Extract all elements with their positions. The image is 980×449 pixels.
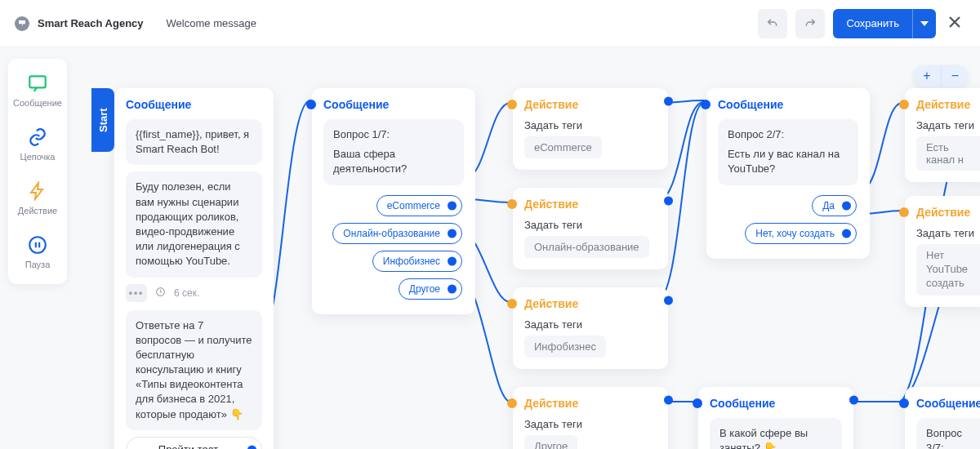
messenger-icon <box>15 16 29 31</box>
chip-label: eCommerce <box>387 200 440 211</box>
delay-value: 6 сек. <box>174 287 199 299</box>
node-start-message[interactable]: Start Сообщение {{first_name}}, привет, … <box>114 88 274 449</box>
action-label: Задать теги <box>524 119 657 131</box>
output-port[interactable] <box>448 229 457 238</box>
output-port[interactable] <box>448 201 457 210</box>
input-port[interactable] <box>701 100 710 109</box>
question-number: Вопрос 2/7: <box>728 127 849 142</box>
chip-row: eCommerce Онлайн-образование Инфобизнес … <box>323 192 464 303</box>
tag-value: Есть канал н <box>916 136 980 171</box>
node-question-2[interactable]: Сообщение Вопрос 2/7: Есть ли у вас кана… <box>706 88 870 259</box>
quick-reply-chip[interactable]: Нет, хочу создать <box>745 223 857 244</box>
output-port[interactable] <box>448 256 457 265</box>
chip-label: Нет, хочу создать <box>755 228 835 239</box>
input-port[interactable] <box>507 199 517 209</box>
message-bubble: Вопрос 1/7: Ваша сфера деятельности? <box>323 119 464 185</box>
node-action-infobiz[interactable]: Действие Задать теги Инфобизнес <box>513 287 668 369</box>
node-title: Сообщение <box>710 397 842 410</box>
output-port[interactable] <box>664 396 673 405</box>
redo-button[interactable] <box>795 9 825 38</box>
flow-title[interactable]: Welcome message <box>167 17 256 29</box>
undo-icon <box>766 17 779 30</box>
output-port[interactable] <box>842 229 851 238</box>
node-question-3[interactable]: Сообщение Вопрос 3/7: <box>905 387 980 449</box>
output-port[interactable] <box>849 396 858 405</box>
quick-reply-chip[interactable]: Да <box>812 195 857 216</box>
node-title: Действие <box>524 198 657 211</box>
node-title: Сообщение <box>323 98 464 111</box>
output-port[interactable] <box>448 284 457 293</box>
node-title: Действие <box>916 98 980 111</box>
message-bubble: В какой сфере вы заняты? 👇 <box>710 418 842 449</box>
chip-row: Да Нет, хочу создать <box>718 192 858 247</box>
node-title: Действие <box>916 206 980 219</box>
save-button[interactable]: Сохранить <box>833 9 936 38</box>
delay-meta: ••• 6 сек. <box>126 284 262 302</box>
message-bubble: Буду полезен, если вам нужны сценарии пр… <box>126 171 262 277</box>
save-button-dropdown[interactable] <box>913 20 936 28</box>
input-port[interactable] <box>507 100 517 109</box>
brand[interactable]: Smart Reach Agency <box>15 16 144 31</box>
tag-value: eCommerce <box>524 136 602 158</box>
input-port[interactable] <box>693 398 702 408</box>
node-action-has-channel[interactable]: Действие Задать теги Есть канал н <box>905 88 980 182</box>
topbar-right: Сохранить <box>758 9 965 38</box>
clock-icon <box>155 287 166 300</box>
node-title: Действие <box>524 98 657 111</box>
workspace[interactable]: Сообщение Цепочка Действие Пауза + − <box>0 47 980 449</box>
output-port[interactable] <box>664 197 673 206</box>
input-port[interactable] <box>507 299 517 309</box>
topbar-left: Smart Reach Agency Welcome message <box>15 16 256 31</box>
tag-value: Другое <box>524 435 577 449</box>
node-message-sphere[interactable]: Сообщение В какой сфере вы заняты? 👇 <box>698 387 853 449</box>
start-tab: Start <box>91 88 114 152</box>
tag-value: Инфобизнес <box>524 336 606 358</box>
node-title: Сообщение <box>126 98 262 111</box>
node-title: Сообщение <box>916 397 980 410</box>
input-port[interactable] <box>899 207 909 217</box>
node-action-ecommerce[interactable]: Действие Задать теги eCommerce <box>513 88 668 170</box>
message-bubble: Вопрос 3/7: <box>916 418 980 449</box>
chevron-down-icon <box>920 20 929 28</box>
action-label: Задать теги <box>916 227 980 239</box>
quick-reply-chip[interactable]: Инфобизнес <box>372 251 462 272</box>
node-action-education[interactable]: Действие Задать теги Онлайн-образование <box>513 188 668 269</box>
brand-name: Smart Reach Agency <box>38 17 144 29</box>
node-action-other[interactable]: Действие Задать теги Другое <box>513 387 668 449</box>
output-port[interactable] <box>664 97 673 106</box>
input-port[interactable] <box>306 100 316 109</box>
question-text: Есть ли у вас канал на YouTube? <box>728 147 849 176</box>
canvas[interactable]: Start Сообщение {{first_name}}, привет, … <box>0 47 980 449</box>
question-text: Ваша сфера деятельности? <box>333 147 454 176</box>
chip-label: Онлайн-образование <box>343 228 440 239</box>
chip-label: Инфобизнес <box>383 256 440 267</box>
save-button-label: Сохранить <box>833 9 913 38</box>
message-bubble: Вопрос 2/7: Есть ли у вас канал на YouTu… <box>718 119 858 185</box>
more-icon[interactable]: ••• <box>126 284 147 302</box>
tag-value: Онлайн-образование <box>524 236 649 258</box>
chip-label: Другое <box>409 283 440 295</box>
redo-icon <box>804 17 817 30</box>
quick-reply-chip[interactable]: Онлайн-образование <box>332 223 462 244</box>
node-question-1[interactable]: Сообщение Вопрос 1/7: Ваша сфера деятель… <box>312 88 475 314</box>
action-label: Задать теги <box>524 318 657 331</box>
node-action-no-channel[interactable]: Действие Задать теги Нет YouTube создать <box>905 196 980 307</box>
close-button[interactable] <box>944 13 965 34</box>
quick-reply-label: Пройти тест <box>158 443 218 449</box>
quick-reply-chip[interactable]: eCommerce <box>376 195 462 216</box>
action-label: Задать теги <box>916 119 980 131</box>
output-port[interactable] <box>664 296 673 305</box>
input-port[interactable] <box>899 398 909 408</box>
output-port[interactable] <box>842 201 851 210</box>
tag-value: Нет YouTube создать <box>916 244 980 296</box>
chip-label: Да <box>822 200 835 211</box>
quick-reply-chip[interactable]: Другое <box>399 278 462 300</box>
top-bar: Smart Reach Agency Welcome message Сохра… <box>0 0 980 47</box>
output-port[interactable] <box>247 445 256 449</box>
input-port[interactable] <box>899 100 909 109</box>
undo-button[interactable] <box>758 9 787 38</box>
quick-reply[interactable]: Пройти тест <box>126 437 262 449</box>
input-port[interactable] <box>507 398 517 408</box>
close-icon <box>947 15 962 29</box>
node-title: Действие <box>524 397 657 410</box>
